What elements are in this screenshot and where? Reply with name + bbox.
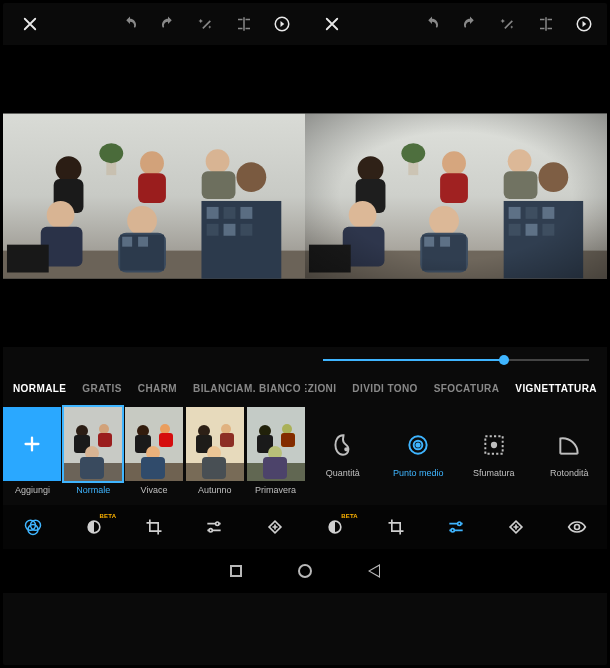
svg-point-26 — [99, 143, 123, 163]
nav-recents[interactable] — [230, 565, 242, 577]
light-tool-icon[interactable]: BETA — [325, 517, 345, 537]
presets-tool-icon[interactable] — [23, 517, 43, 537]
slider-thumb[interactable] — [499, 355, 509, 365]
preset-primavera[interactable]: Primavera — [246, 407, 305, 495]
category-tab-bilanciam-bianco[interactable]: BILANCIAM. BIANCO — [193, 383, 301, 394]
svg-rect-16 — [138, 237, 148, 247]
category-tab-dividi-tono[interactable]: DIVIDI TONO — [352, 383, 417, 394]
slider-fill — [323, 359, 504, 361]
vignette-slider[interactable] — [305, 347, 607, 373]
preset-normale[interactable]: Normale — [64, 407, 123, 495]
svg-rect-62 — [80, 457, 104, 479]
crop-tool-icon[interactable] — [144, 517, 164, 537]
category-tab-charm[interactable]: CHARM — [138, 383, 177, 394]
option-rotondit-[interactable]: Rotondità — [534, 432, 604, 478]
android-navbar — [3, 549, 607, 593]
heal-tool-icon[interactable] — [265, 517, 285, 537]
svg-rect-25 — [106, 161, 116, 175]
svg-rect-78 — [202, 457, 226, 479]
svg-rect-54 — [305, 114, 607, 279]
preset-autunno[interactable]: Autunno — [185, 407, 244, 495]
svg-point-10 — [47, 201, 75, 229]
svg-rect-15 — [122, 237, 132, 247]
compare-icon[interactable] — [235, 15, 253, 33]
svg-point-67 — [160, 424, 170, 434]
svg-point-92 — [492, 443, 496, 447]
preset-label: Normale — [76, 485, 110, 495]
svg-rect-20 — [240, 207, 252, 219]
light-tool-icon[interactable]: BETA — [84, 517, 104, 537]
preset-thumb — [186, 407, 244, 481]
redo-icon[interactable] — [159, 15, 177, 33]
svg-point-97 — [209, 529, 212, 532]
crop-tool-icon[interactable] — [386, 517, 406, 537]
svg-rect-7 — [138, 173, 166, 203]
svg-rect-70 — [141, 457, 165, 479]
svg-rect-60 — [98, 433, 112, 447]
svg-rect-19 — [224, 207, 236, 219]
option-label: Sfumatura — [473, 468, 515, 478]
svg-point-75 — [221, 424, 231, 434]
preset-vivace[interactable]: Vivace — [125, 407, 184, 495]
category-tab-sfocatura[interactable]: SFOCATURA — [434, 383, 500, 394]
undo-icon[interactable] — [121, 15, 139, 33]
option-quantit-[interactable]: Quantità — [308, 432, 378, 478]
preset-label: Primavera — [255, 485, 296, 495]
svg-point-8 — [206, 149, 230, 173]
option-label: Quantità — [326, 468, 360, 478]
option-label: Rotondità — [550, 468, 589, 478]
option-icon — [405, 432, 431, 458]
beta-badge: BETA — [100, 513, 117, 519]
svg-rect-9 — [202, 171, 236, 199]
preset-thumb — [64, 407, 122, 481]
option-icon — [330, 432, 356, 458]
option-sfumatura[interactable]: Sfumatura — [459, 432, 529, 478]
category-tab-vignettatura[interactable]: VIGNETTATURA — [515, 383, 597, 394]
adjust-tool-icon[interactable] — [204, 517, 224, 537]
heal-tool-icon[interactable] — [506, 517, 526, 537]
preview-right — [305, 113, 607, 279]
svg-rect-86 — [263, 457, 287, 479]
svg-point-83 — [282, 424, 292, 434]
svg-rect-84 — [281, 433, 295, 447]
svg-point-100 — [451, 529, 454, 532]
svg-point-102 — [574, 525, 579, 530]
option-punto-medio[interactable]: Punto medio — [383, 432, 453, 478]
close-icon[interactable] — [21, 15, 39, 33]
svg-point-6 — [140, 151, 164, 175]
svg-point-87 — [345, 448, 347, 450]
nav-home[interactable] — [298, 564, 312, 578]
apply-icon[interactable] — [575, 15, 593, 33]
svg-point-4 — [56, 156, 82, 182]
svg-point-99 — [458, 522, 461, 525]
svg-rect-68 — [159, 433, 173, 447]
undo-icon[interactable] — [423, 15, 441, 33]
option-icon — [556, 432, 582, 458]
preset-label: Vivace — [141, 485, 168, 495]
category-tab-normale[interactable]: NORMALE — [13, 383, 66, 394]
adjust-tool-icon[interactable] — [446, 517, 466, 537]
magic-wand-icon[interactable] — [499, 15, 517, 33]
image-canvas[interactable] — [3, 45, 607, 347]
category-tab-correzioni[interactable]: CORREZIONI — [305, 383, 336, 394]
nav-back[interactable] — [368, 564, 380, 578]
preset-label: Autunno — [198, 485, 232, 495]
preview-left — [3, 113, 305, 279]
beta-badge: BETA — [341, 513, 358, 519]
redo-icon[interactable] — [461, 15, 479, 33]
add-preset[interactable]: Aggiungi — [3, 407, 62, 495]
preset-thumb — [125, 407, 183, 481]
svg-rect-27 — [7, 245, 49, 273]
option-icon — [481, 432, 507, 458]
preset-thumb — [247, 407, 305, 481]
apply-icon[interactable] — [273, 15, 291, 33]
close-icon[interactable] — [323, 15, 341, 33]
compare-icon[interactable] — [537, 15, 555, 33]
category-tab-gratis[interactable]: GRATIS — [82, 383, 121, 394]
redeye-tool-icon[interactable] — [567, 517, 587, 537]
svg-rect-21 — [207, 224, 219, 236]
plus-icon — [3, 407, 61, 481]
svg-point-90 — [417, 443, 420, 446]
svg-rect-76 — [220, 433, 234, 447]
magic-wand-icon[interactable] — [197, 15, 215, 33]
